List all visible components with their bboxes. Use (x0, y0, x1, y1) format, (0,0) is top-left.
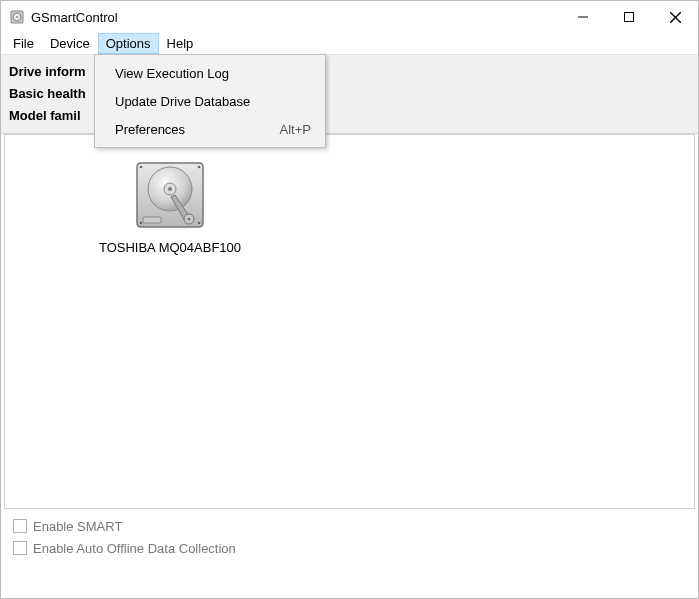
svg-point-15 (188, 218, 191, 221)
enable-auto-offline-label: Enable Auto Offline Data Collection (33, 541, 236, 556)
menu-help[interactable]: Help (159, 33, 202, 54)
drive-label: TOSHIBA MQ04ABF100 (90, 240, 250, 255)
svg-point-2 (16, 16, 18, 18)
hard-disk-icon (90, 155, 250, 234)
checkbox-icon (13, 519, 27, 533)
menu-file[interactable]: File (5, 33, 42, 54)
svg-point-8 (198, 166, 201, 169)
minimize-button[interactable] (560, 1, 606, 33)
drive-item[interactable]: TOSHIBA MQ04ABF100 (90, 155, 250, 255)
svg-point-9 (140, 222, 143, 225)
drive-list: TOSHIBA MQ04ABF100 (4, 134, 695, 509)
menubar: File Device Options Help (1, 33, 698, 55)
enable-smart-checkbox[interactable]: Enable SMART (13, 515, 686, 537)
bottom-panel: Enable SMART Enable Auto Offline Data Co… (1, 509, 698, 565)
menu-options[interactable]: Options (98, 33, 159, 54)
menu-item-update-drive-database[interactable]: Update Drive Database (95, 87, 325, 115)
close-button[interactable] (652, 1, 698, 33)
window-title: GSmartControl (31, 10, 118, 25)
svg-rect-16 (143, 217, 161, 223)
options-dropdown: View Execution Log Update Drive Database… (94, 54, 326, 148)
checkbox-icon (13, 541, 27, 555)
enable-smart-label: Enable SMART (33, 519, 122, 534)
svg-rect-4 (625, 13, 634, 22)
app-icon (9, 9, 25, 25)
svg-point-7 (140, 166, 143, 169)
maximize-button[interactable] (606, 1, 652, 33)
titlebar: GSmartControl (1, 1, 698, 33)
menu-device[interactable]: Device (42, 33, 98, 54)
svg-point-13 (168, 187, 172, 191)
menu-item-view-execution-log[interactable]: View Execution Log (95, 59, 325, 87)
svg-point-10 (198, 222, 201, 225)
enable-auto-offline-checkbox[interactable]: Enable Auto Offline Data Collection (13, 537, 686, 559)
menu-item-preferences[interactable]: Preferences Alt+P (95, 115, 325, 143)
